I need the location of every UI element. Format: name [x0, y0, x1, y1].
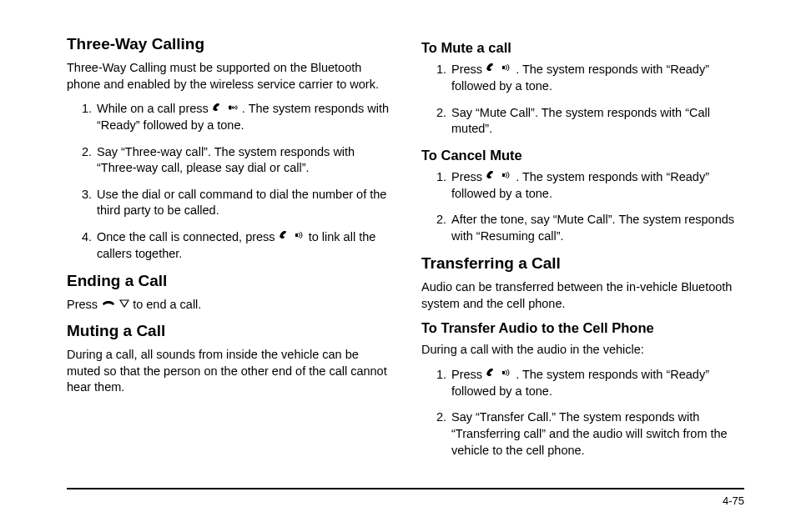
text: Press — [451, 63, 486, 76]
list-item: Once the call is connected, press to lin… — [95, 229, 390, 263]
three-way-steps: While on a call press . The system respo… — [67, 101, 390, 262]
list-item: Press . The system responds with “Ready”… — [450, 367, 744, 400]
paragraph: Audio can be transferred between the in-… — [421, 279, 744, 312]
transfer-steps: Press . The system responds with “Ready”… — [421, 367, 744, 459]
text: While on a call press — [97, 102, 212, 115]
list-item: After the tone, say “Mute Call”. The sys… — [450, 212, 744, 244]
right-column: To Mute a call Press . The system respon… — [421, 35, 744, 469]
heading-cancel-mute: To Cancel Mute — [421, 148, 744, 163]
heading-muting-call: Muting a Call — [67, 322, 390, 340]
voice-icon — [294, 228, 305, 245]
page-number: 4-75 — [723, 494, 744, 507]
page-footer: 4-75 — [67, 488, 744, 507]
paragraph: During a call, all sounds from inside th… — [67, 347, 390, 396]
heading-to-mute: To Mute a call — [421, 40, 744, 56]
svg-rect-1 — [295, 233, 298, 237]
text: Press — [67, 298, 101, 311]
voice-icon — [501, 366, 512, 383]
heading-three-way-calling: Three-Way Calling — [67, 35, 390, 53]
list-item: Say “Three-way call”. The system respond… — [95, 144, 390, 177]
list-item: While on a call press . The system respo… — [95, 101, 390, 134]
text: Press — [451, 170, 486, 183]
mute-steps: Press . The system responds with “Ready”… — [421, 62, 744, 138]
voice-icon — [501, 61, 512, 78]
list-item: Press . The system responds with “Ready”… — [450, 62, 744, 95]
list-item: Say “Transfer Call.” The system responds… — [450, 409, 744, 459]
list-item: Press . The system responds with “Ready”… — [450, 169, 744, 203]
phone-icon — [486, 61, 497, 78]
list-item: Use the dial or call command to dial the… — [95, 187, 390, 219]
voice-icon — [501, 168, 512, 185]
phone-icon — [212, 101, 224, 118]
heading-ending-call: Ending a Call — [67, 272, 390, 290]
text: Once the call is connected, press — [97, 230, 279, 243]
svg-rect-3 — [502, 173, 505, 177]
hangup-icon — [101, 297, 116, 314]
cancel-mute-steps: Press . The system responds with “Ready”… — [421, 169, 744, 245]
phone-icon — [486, 168, 497, 185]
list-item: Say “Mute Call”. The system responds wit… — [450, 105, 744, 138]
text: Press — [451, 368, 486, 381]
paragraph: Press to end a call. — [67, 297, 390, 314]
page-content: Three-Way Calling Three-Way Calling must… — [0, 0, 796, 469]
down-triangle-icon — [119, 297, 129, 314]
svg-rect-4 — [502, 371, 505, 374]
phone-icon — [486, 366, 497, 383]
text: to end a call. — [129, 298, 201, 311]
phone-icon — [279, 228, 290, 245]
heading-transferring-call: Transferring a Call — [421, 254, 744, 273]
voice-icon — [227, 101, 239, 118]
heading-transfer-to-cell: To Transfer Audio to the Cell Phone — [421, 320, 744, 336]
left-column: Three-Way Calling Three-Way Calling must… — [67, 35, 390, 469]
svg-rect-2 — [502, 66, 505, 69]
svg-rect-0 — [229, 106, 231, 109]
paragraph: Three-Way Calling must be supported on t… — [67, 60, 390, 93]
paragraph: During a call with the audio in the vehi… — [421, 342, 744, 359]
